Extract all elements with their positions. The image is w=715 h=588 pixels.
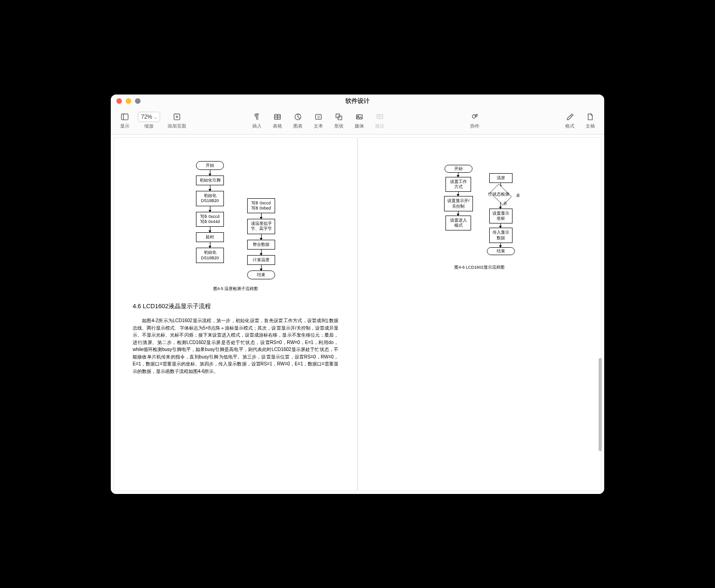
pilcrow-icon <box>252 112 262 122</box>
text-label: 文本 <box>314 123 323 129</box>
add-page-label: 添加页面 <box>168 123 186 129</box>
zoom-value: 72% <box>141 114 152 120</box>
close-icon[interactable] <box>116 98 122 104</box>
insert-button[interactable]: 插入 <box>247 112 267 129</box>
flow-start: 开始 <box>445 165 472 173</box>
flow-start: 开始 <box>196 161 224 170</box>
traffic-lights <box>116 98 141 104</box>
format-label: 格式 <box>565 123 574 129</box>
flow-node: 读温度低字 节、高字节 <box>247 219 275 234</box>
vertical-scrollbar[interactable] <box>597 195 603 494</box>
flowchart-1: 开始 初始化引脚 初始化 DS18B20 写ǒ 0xccd 写ǒ 0x44d 延… <box>133 161 338 280</box>
collaborate-icon <box>470 112 480 122</box>
chevron-down-icon: ⌵ <box>154 115 157 120</box>
flow-node: 清屏 <box>489 173 513 183</box>
media-icon <box>354 112 364 122</box>
add-page-button[interactable]: 添加页面 <box>163 112 191 129</box>
annotate-button[interactable]: 批注 <box>370 112 390 129</box>
table-label: 表格 <box>273 123 282 129</box>
zoom-label: 缩放 <box>144 123 154 129</box>
document-label: 文稿 <box>586 123 595 129</box>
flow-node: 传入显示 数据 <box>489 228 513 243</box>
zoom-select[interactable]: 72% ⌵ <box>138 112 160 122</box>
svg-rect-16 <box>377 115 383 119</box>
body-paragraph: 如图4-2所示为LCD1602显示流程，第一步，初始化设置，首先设置工作方式，设… <box>133 317 338 375</box>
titlebar: 软件设计 <box>111 95 604 108</box>
format-button[interactable]: 格式 <box>560 112 580 129</box>
flow-node: 延时 <box>196 232 224 242</box>
flow-decision: 忙状态检测 是 <box>488 187 514 202</box>
svg-rect-0 <box>121 114 128 120</box>
shape-button[interactable]: 形状 <box>329 112 349 129</box>
text-button[interactable]: 字 文本 <box>308 112 329 129</box>
toolbar: 显示 72% ⌵ 缩放 添加页面 插入 表格 <box>111 108 604 135</box>
flow-node: 整合数据 <box>247 240 275 250</box>
collaborate-label: 协作 <box>470 123 479 129</box>
flow-node: 初始化 DS18B20 <box>196 191 224 206</box>
annotate-icon <box>375 112 385 122</box>
media-label: 媒体 <box>355 123 364 129</box>
plus-page-icon <box>172 112 182 122</box>
flowchart-2: 开始 设置工作 方式 设置显示开/ 关控制 设置进入 模式 清屏 <box>444 165 515 256</box>
flow-node: 写ǒ 0xccd 写ǒ 0x44d <box>196 212 224 227</box>
flow-node: 计算温度 <box>247 255 275 265</box>
shape-icon <box>334 112 344 122</box>
scrollbar-thumb[interactable] <box>599 358 602 451</box>
flow-node: 写ǒ 0xccd 写ǒ 0xbed <box>247 198 275 214</box>
zoom-icon[interactable] <box>135 98 141 104</box>
annotate-label: 批注 <box>375 123 384 129</box>
media-button[interactable]: 媒体 <box>349 112 370 129</box>
window-title: 软件设计 <box>111 97 604 105</box>
flow-node: 初始化引脚 <box>196 176 224 185</box>
chart-label: 图表 <box>293 123 303 129</box>
chart-icon <box>293 112 303 122</box>
sidebar-icon <box>120 112 130 122</box>
insert-label: 插入 <box>252 123 262 129</box>
text-icon: 字 <box>313 112 324 122</box>
svg-text:字: 字 <box>317 115 320 119</box>
chart-button[interactable]: 图表 <box>288 112 308 129</box>
table-icon <box>272 112 283 122</box>
flow-end: 结束 <box>247 270 275 279</box>
view-button[interactable]: 显示 <box>115 112 135 129</box>
flow-node: 设置进入 模式 <box>445 216 471 231</box>
view-label: 显示 <box>120 123 129 129</box>
page-left[interactable]: 开始 初始化引脚 初始化 DS18B20 写ǒ 0xccd 写ǒ 0x44d 延… <box>114 137 358 491</box>
document-button[interactable]: 文稿 <box>580 112 600 129</box>
flow-node: 设置显示 坐标 <box>489 209 513 224</box>
format-icon <box>565 112 575 122</box>
figure-caption: 图4-6 LCD1602显示流程图 <box>377 264 582 270</box>
svg-point-21 <box>477 115 478 115</box>
shape-label: 形状 <box>334 123 344 129</box>
flow-node: 初始化 DS18B20 <box>196 248 224 263</box>
document-canvas[interactable]: 开始 初始化引脚 初始化 DS18B20 写ǒ 0xccd 写ǒ 0x44d 延… <box>111 135 604 494</box>
document-icon <box>585 112 595 122</box>
page-right[interactable]: 开始 设置工作 方式 设置显示开/ 关控制 设置进入 模式 清屏 <box>358 137 601 491</box>
minimize-icon[interactable] <box>126 98 131 104</box>
flow-node: 设置显示开/ 关控制 <box>444 196 473 211</box>
app-window: 软件设计 显示 72% ⌵ 缩放 添加页面 插入 <box>111 95 604 494</box>
flow-end: 结束 <box>487 247 515 255</box>
flow-node: 设置工作 方式 <box>445 177 471 192</box>
collaborate-button[interactable]: 协作 <box>465 112 485 129</box>
table-button[interactable]: 表格 <box>267 112 288 129</box>
zoom-button[interactable]: 72% ⌵ 缩放 <box>135 112 163 129</box>
figure-caption: 图4-5 温度检测子流程图 <box>133 286 338 292</box>
section-heading: 4.6 LCD1602液晶显示子流程 <box>133 302 338 311</box>
